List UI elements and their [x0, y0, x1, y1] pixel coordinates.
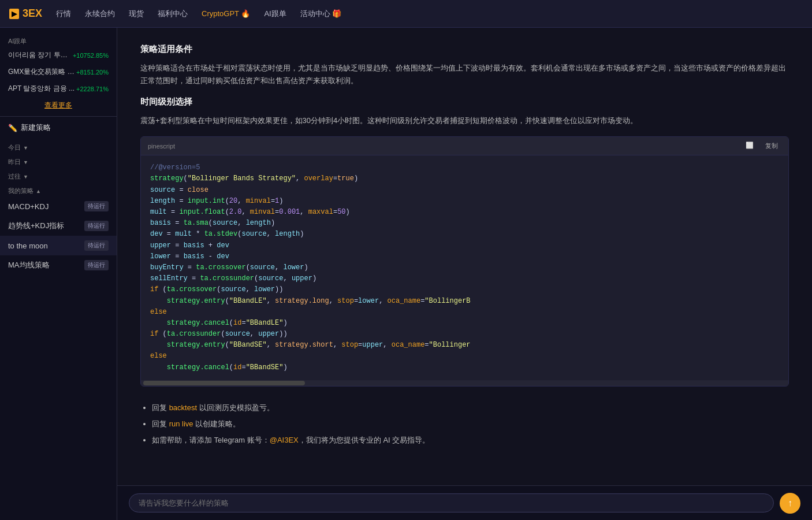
today-label: 今日 — [8, 143, 21, 152]
nav-activities[interactable]: 活动中心 🎁 — [300, 9, 342, 19]
code-scrollbar-thumb[interactable] — [143, 381, 305, 385]
content-area: 策略适用条件 这种策略适合在市场处于相对震荡状态时使用，尤其是当市场缺乏明显趋势… — [117, 28, 812, 520]
trending-name-1: 이더리움 장기 투자... — [8, 50, 73, 60]
show-more-link[interactable]: 查看更多 — [0, 97, 117, 114]
code-icon-btn[interactable]: ⬜ — [742, 140, 757, 151]
logo-icon: ▶ — [9, 9, 19, 19]
trending-item-3[interactable]: APT 탈중앙화 금융 ... +2228.71% — [0, 80, 117, 97]
logo-text: 3EX — [23, 8, 42, 20]
chat-send-button[interactable]: ↑ — [780, 493, 800, 514]
bullet-item-1: 回复 backtest 以回测历史模拟盈亏。 — [152, 400, 789, 415]
strategy-name-3: to the moon — [8, 242, 48, 250]
new-strategy-label: 新建策略 — [21, 122, 51, 133]
code-scroll[interactable]: //@version=5 strategy("Bollinger Bands S… — [141, 155, 788, 380]
strategy-name-2: 趋势线+KDJ指标 — [8, 221, 64, 231]
chat-input[interactable] — [129, 493, 774, 512]
nav-cryptogpt[interactable]: CryptoGPT 🔥 — [202, 9, 250, 18]
strategy-item-4[interactable]: MA均线策略 待运行 — [0, 255, 117, 275]
trending-name-3: APT 탈중앙화 금융 ... — [8, 84, 76, 94]
chat-input-bar: ↑ — [117, 485, 812, 520]
yesterday-chevron: ▼ — [23, 159, 28, 165]
strategy-item-2[interactable]: 趋势线+KDJ指标 待运行 — [0, 216, 117, 236]
past-group[interactable]: 过往 ▼ — [0, 168, 117, 182]
trending-gain-3: +2228.71% — [76, 86, 109, 92]
code-copy-btn[interactable]: 复制 — [762, 140, 781, 151]
bullet-highlight-3: @AI3EX — [270, 436, 299, 444]
bullet-highlight-2: run live — [169, 419, 193, 428]
main-layout: AI跟单 이더리움 장기 투자... +10752.85% GMX量化交易策略 … — [0, 28, 812, 520]
today-group[interactable]: 今日 ▼ — [0, 139, 117, 153]
edit-icon: ✏️ — [8, 124, 17, 132]
code-body: //@version=5 strategy("Bollinger Bands S… — [141, 155, 788, 380]
bullet-item-3: 如需帮助，请添加 Telegram 账号：@AI3EX，我们将为您提供专业的 A… — [152, 433, 789, 448]
my-strategies-label: 我的策略 — [8, 187, 33, 195]
past-chevron: ▼ — [23, 174, 28, 180]
section1-text: 这种策略适合在市场处于相对震荡状态时使用，尤其是当市场缺乏明显趋势、价格围绕某一… — [140, 62, 789, 87]
nav-perpetual[interactable]: 永续合约 — [85, 9, 115, 19]
nav-welfare[interactable]: 福利中心 — [158, 9, 188, 19]
my-strategies-group[interactable]: 我的策略 ▲ — [0, 182, 117, 196]
sidebar-section-label: AI跟单 — [0, 35, 117, 47]
my-strategies-chevron: ▲ — [36, 188, 41, 194]
send-icon: ↑ — [788, 498, 792, 508]
strategy-item-3[interactable]: to the moon 待运行 — [0, 236, 117, 255]
section2-title: 时间级别选择 — [140, 96, 789, 107]
navbar: ▶ 3EX 行情 永续合约 现货 福利中心 CryptoGPT 🔥 AI跟单 活… — [0, 0, 812, 28]
strategy-badge-3: 待运行 — [84, 240, 109, 251]
strategy-name-4: MA均线策略 — [8, 260, 50, 270]
bullet-item-2: 回复 run live 以创建策略。 — [152, 417, 789, 432]
today-chevron: ▼ — [23, 145, 28, 151]
trending-gain-1: +10752.85% — [73, 52, 109, 59]
section1-title: 策略适用条件 — [140, 44, 789, 55]
new-strategy-button[interactable]: ✏️ 新建策略 — [0, 116, 117, 139]
trending-gain-2: +8151.20% — [76, 69, 109, 76]
past-label: 过往 — [8, 172, 21, 181]
code-block: pinescript ⬜ 复制 //@version=5 strategy("B… — [140, 136, 789, 387]
trending-item-2[interactable]: GMX量化交易策略 1.3 +8151.20% — [0, 64, 117, 80]
bullet-list: 回复 backtest 以回测历史模拟盈亏。 回复 run live 以创建策略… — [140, 396, 789, 454]
nav-market[interactable]: 行情 — [56, 9, 71, 19]
code-scrollbar[interactable] — [141, 380, 788, 386]
code-actions: ⬜ 复制 — [742, 140, 781, 151]
bullet-highlight-1: backtest — [169, 403, 197, 412]
nav-spot[interactable]: 现货 — [129, 9, 144, 19]
trending-item-1[interactable]: 이더리움 장기 투자... +10752.85% — [0, 47, 117, 64]
strategy-badge-1: 待运行 — [84, 201, 109, 211]
logo[interactable]: ▶ 3EX — [9, 8, 42, 20]
yesterday-label: 昨日 — [8, 158, 21, 166]
trending-name-2: GMX量化交易策略 1.3 — [8, 67, 76, 77]
strategy-badge-4: 待运行 — [84, 260, 109, 270]
strategy-item-1[interactable]: MACD+KDJ 待运行 — [0, 196, 117, 216]
nav-aicopy[interactable]: AI跟单 — [264, 9, 286, 19]
strategy-badge-2: 待运行 — [84, 221, 109, 231]
strategy-name-1: MACD+KDJ — [8, 202, 49, 211]
code-lang-label: pinescript — [148, 143, 175, 150]
code-header: pinescript ⬜ 复制 — [141, 137, 788, 155]
sidebar: AI跟单 이더리움 장기 투자... +10752.85% GMX量化交易策略 … — [0, 28, 117, 520]
section2-text: 震荡+套利型策略在中短时间框架内效果更佳，如30分钟到4小时图。这种时间级别允许… — [140, 114, 789, 127]
yesterday-group[interactable]: 昨日 ▼ — [0, 153, 117, 168]
content-main: 策略适用条件 这种策略适合在市场处于相对震荡状态时使用，尤其是当市场缺乏明显趋势… — [117, 28, 812, 485]
